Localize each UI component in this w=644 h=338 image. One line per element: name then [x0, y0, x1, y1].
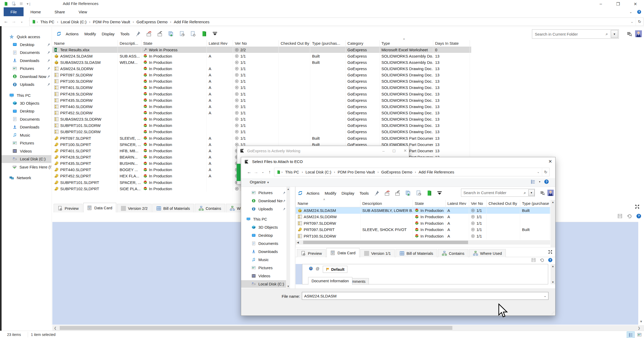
sidebar-group-this-pc[interactable]: This PC: [2, 91, 51, 99]
sidebar-group-network[interactable]: Network: [2, 174, 51, 182]
column-header-4[interactable]: Ver No: [233, 40, 279, 47]
sidebar-item-pictures[interactable]: Pictures: [2, 65, 51, 72]
qat-icon[interactable]: [19, 2, 23, 5]
dialog-nav-pictures[interactable]: Pictures: [241, 189, 286, 196]
dialog-nav-downloads[interactable]: Downloads: [241, 248, 286, 255]
help-icon[interactable]: ?: [637, 10, 641, 14]
dialog-column-header-2[interactable]: State: [413, 200, 446, 207]
checkin-icon[interactable]: [393, 189, 402, 197]
dialog-search-input[interactable]: Search in Current Folder: [461, 190, 521, 195]
expand-panel-icon[interactable]: [635, 204, 640, 209]
tab-document-information[interactable]: Document Information: [308, 277, 352, 285]
menu-display[interactable]: Display: [100, 32, 116, 36]
breadcrumb-item[interactable]: GoExpress Demo: [135, 20, 169, 24]
docdot-icon[interactable]: [188, 30, 197, 38]
breadcrumb-item[interactable]: GoExpress Demo: [380, 170, 414, 174]
ribbon-collapse-icon[interactable]: ⌄: [629, 10, 632, 14]
dialog-datacard-help-icon[interactable]: ?: [548, 258, 553, 262]
thumbnail-view-button[interactable]: [636, 331, 643, 338]
moredd-icon[interactable]: [435, 189, 444, 197]
dialog-help-icon[interactable]: ?: [544, 179, 549, 184]
column-header-6[interactable]: Type (purchas...: [310, 40, 346, 47]
sidebar-item-documents[interactable]: Documents: [2, 49, 51, 57]
sidebar-item-download-now[interactable]: Download Now: [2, 72, 51, 80]
goexpress-minimize-button[interactable]: –: [382, 149, 385, 153]
pin-icon[interactable]: [134, 30, 142, 38]
search-input[interactable]: Search in Current Folder: [532, 32, 603, 36]
tab-bill-of-materials[interactable]: Bill of Materials: [396, 249, 437, 257]
menu-modify[interactable]: Modify: [323, 191, 338, 195]
address-dropdown-icon[interactable]: ⌄: [628, 18, 636, 26]
docmove-icon[interactable]: [177, 30, 186, 38]
sidebar-item-music[interactable]: Music: [2, 131, 51, 139]
menu-actions[interactable]: Actions: [305, 191, 321, 195]
dialog-nav-uploads[interactable]: Uploads: [241, 205, 286, 213]
dialog-back-button[interactable]: ←: [246, 170, 253, 175]
config-tab-default[interactable]: Default: [323, 266, 347, 273]
dialog-nav-pictures[interactable]: Pictures: [241, 264, 286, 272]
file-row-test-results-xlsx[interactable]: XTest Results.xlsxWork in Process2/2GoEx…: [52, 47, 471, 53]
tab-bill-of-materials[interactable]: Bill of Materials: [152, 204, 194, 212]
dialog-column-header-6[interactable]: Type (purchase: [520, 200, 550, 207]
column-header-0[interactable]: Name: [52, 40, 118, 47]
sidebar-group-quick-access[interactable]: Quick access: [2, 33, 51, 41]
vault-icon[interactable]: [4, 2, 8, 6]
refresh-icon[interactable]: ↻: [636, 18, 643, 26]
sidebar-item-desktop[interactable]: Desktop: [2, 41, 51, 48]
details-view-button[interactable]: [627, 331, 635, 338]
sidebar-item-pictures[interactable]: Pictures: [2, 139, 51, 147]
dialog-column-header-0[interactable]: Name˄: [296, 200, 360, 207]
file-row-prt428-slddrw[interactable]: PRT428.SLDDRWIn ProductionA1/1GoExpressS…: [52, 91, 471, 97]
dialog-close-button[interactable]: ✕: [548, 159, 552, 164]
file-row-prt097-slddrw[interactable]: PRT097.SLDDRWIn ProductionA1/1: [296, 220, 550, 227]
folder-open-icon[interactable]: [199, 30, 208, 38]
file-row-subasm223-slddrw[interactable]: SUBASM223.SLDDRWIn Production1/1GoExpres…: [52, 116, 471, 122]
breadcrumb-item[interactable]: Add File References: [417, 170, 456, 174]
dialog-address-box[interactable]: ›This PC›Local Disk (C:)›PDM Pro Demo Va…: [274, 168, 549, 176]
breadcrumb-vault-icon[interactable]: [32, 20, 36, 24]
column-header-1[interactable]: Descripti...: [118, 40, 141, 47]
search-icon[interactable]: ⌕: [603, 32, 611, 36]
checkout-icon[interactable]: [383, 189, 392, 197]
dialog-address-dropdown-icon[interactable]: ⌄: [535, 168, 542, 176]
goexpress-maximize-button[interactable]: ◻: [392, 148, 396, 153]
save-icon[interactable]: [617, 213, 623, 219]
dialog-column-header-4[interactable]: Ver No: [469, 200, 487, 207]
moredd-icon[interactable]: [210, 30, 219, 38]
filter-icon[interactable]: [627, 31, 632, 36]
dialog-nav-music[interactable]: Music: [241, 256, 286, 263]
tab-contains[interactable]: Contains: [195, 204, 225, 212]
menu-tools[interactable]: Tools: [119, 32, 131, 36]
sidebar-item-videos[interactable]: Videos: [2, 147, 51, 155]
file-row-prt452-slddrw[interactable]: PRT452.SLDDRWIn ProductionA1/1GoExpressS…: [52, 110, 471, 116]
tab-data-card[interactable]: Data Card: [326, 248, 359, 257]
dialog-search-icon[interactable]: ⌕: [521, 190, 528, 195]
copy-icon[interactable]: [166, 30, 175, 38]
forward-button[interactable]: →: [10, 19, 17, 24]
search-dropdown-icon[interactable]: ▼: [611, 30, 618, 38]
back-button[interactable]: ←: [3, 19, 9, 24]
tab-preview[interactable]: Preview: [54, 204, 82, 212]
dialog-up-button[interactable]: ↑: [266, 170, 273, 175]
breadcrumb-item[interactable]: PDM Pro Demo Vault: [91, 20, 132, 24]
docmove-icon[interactable]: [414, 189, 423, 197]
dialog-undo-icon[interactable]: [540, 258, 544, 262]
file-row-asm224-slddrw[interactable]: ASM224.SLDDRWIn ProductionA1/1: [296, 214, 550, 220]
sync-icon[interactable]: [56, 31, 62, 37]
copy-icon[interactable]: [404, 189, 413, 197]
menu-tools[interactable]: Tools: [358, 191, 371, 195]
qat-dropdown-icon[interactable]: ▾ |: [27, 2, 30, 6]
file-row-asm224-slddrw[interactable]: ASM224.SLDDRWIn ProductionA1/1GoExpressS…: [52, 65, 471, 72]
qat-properties-icon[interactable]: [12, 2, 16, 6]
ribbon-tab-share[interactable]: Share: [48, 7, 72, 16]
dialog-nav-documents[interactable]: Documents: [241, 240, 286, 247]
dialog-nav-this-pc[interactable]: This PC: [241, 215, 286, 223]
dialog-nav-desktop[interactable]: Desktop: [241, 232, 286, 239]
sidebar-item-documents[interactable]: Documents: [2, 115, 51, 123]
tab-contains[interactable]: Contains: [438, 249, 468, 257]
checkout-icon[interactable]: [145, 30, 153, 38]
goexpress-close-button[interactable]: ✕: [403, 148, 407, 153]
dialog-column-header-5[interactable]: Checked Out By: [487, 200, 520, 207]
dialog-view-icon[interactable]: [531, 179, 535, 184]
column-header-2[interactable]: State: [141, 40, 207, 47]
